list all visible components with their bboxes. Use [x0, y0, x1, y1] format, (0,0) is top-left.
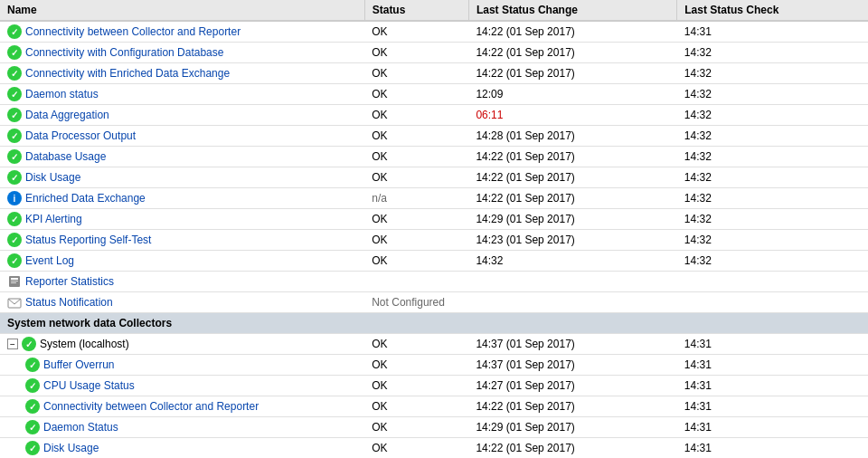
- name-cell: ✓Disk Usage: [0, 438, 364, 459]
- last-change-cell: 14:22 (01 Sep 2017): [468, 63, 676, 84]
- table-row: Reporter Statistics: [0, 272, 868, 292]
- last-check-cell: 14:31: [677, 334, 868, 355]
- check-green-icon: ✓: [7, 253, 22, 268]
- check-green-icon: ✓: [25, 399, 40, 414]
- last-change-cell: 14:29 (01 Sep 2017): [468, 209, 676, 230]
- section-header-cell: System network data Collectors: [0, 313, 868, 334]
- table-row: ✓Disk UsageOK14:22 (01 Sep 2017)14:31: [0, 438, 868, 459]
- status-cell: OK: [364, 63, 468, 84]
- status-cell: OK: [364, 334, 468, 355]
- row-link[interactable]: Data Processor Output: [25, 129, 136, 142]
- row-link[interactable]: Status Notification: [25, 296, 113, 309]
- last-change-cell: 14:22 (01 Sep 2017): [468, 43, 676, 63]
- last-check-cell: 14:31: [677, 417, 868, 438]
- col-status: Status: [364, 0, 468, 21]
- status-cell: OK: [364, 396, 468, 417]
- check-green-icon: ✓: [7, 233, 22, 247]
- row-link[interactable]: CPU Usage Status: [43, 379, 135, 392]
- status-cell: n/a: [364, 188, 468, 209]
- row-link[interactable]: Disk Usage: [43, 442, 99, 454]
- row-link[interactable]: Connectivity with Configuration Database: [25, 46, 223, 59]
- table-row: ✓Buffer OverrunOK14:37 (01 Sep 2017)14:3…: [0, 355, 868, 376]
- table-row: ✓Status Reporting Self-TestOK14:23 (01 S…: [0, 230, 868, 251]
- last-change-cell: 14:28 (01 Sep 2017): [468, 126, 676, 147]
- check-green-icon: ✓: [25, 358, 40, 372]
- row-link[interactable]: Database Usage: [25, 150, 106, 163]
- status-cell: OK: [364, 209, 468, 230]
- last-check-cell: 14:32: [677, 167, 868, 188]
- table-row: ✓Event LogOK14:3214:32: [0, 251, 868, 272]
- last-check-cell: 14:32: [677, 84, 868, 105]
- row-link[interactable]: Connectivity between Collector and Repor…: [25, 25, 241, 38]
- status-cell: OK: [364, 84, 468, 105]
- row-link[interactable]: Buffer Overrun: [43, 358, 114, 371]
- last-check-cell: 14:32: [677, 43, 868, 63]
- status-cell: OK: [364, 376, 468, 396]
- check-green-icon: ✓: [7, 129, 22, 143]
- name-cell: ✓Database Usage: [0, 147, 364, 167]
- row-link[interactable]: Enriched Data Exchange: [25, 192, 146, 205]
- info-blue-icon: i: [7, 191, 22, 205]
- last-check-cell: 14:32: [677, 63, 868, 84]
- table-row: −✓System (localhost)OK14:37 (01 Sep 2017…: [0, 334, 868, 355]
- status-cell: OK: [364, 105, 468, 126]
- last-check-cell: 14:32: [677, 105, 868, 126]
- name-cell: ✓Connectivity with Configuration Databas…: [0, 43, 364, 63]
- row-link[interactable]: Connectivity between Collector and Repor…: [43, 400, 259, 413]
- status-cell: OK: [364, 21, 468, 43]
- last-check-cell: 14:32: [677, 188, 868, 209]
- expand-icon[interactable]: −: [7, 339, 18, 349]
- col-last-change: Last Status Change: [468, 0, 676, 21]
- check-green-icon: ✓: [7, 170, 22, 185]
- row-link[interactable]: Data Aggregation: [25, 109, 109, 121]
- table-row: ✓Database UsageOK14:22 (01 Sep 2017)14:3…: [0, 147, 868, 167]
- last-change-cell: 14:22 (01 Sep 2017): [468, 167, 676, 188]
- row-link[interactable]: Status Reporting Self-Test: [25, 234, 151, 246]
- last-change-cell: [468, 292, 676, 313]
- name-cell: ✓Disk Usage: [0, 167, 364, 188]
- last-check-cell: 14:31: [677, 438, 868, 459]
- row-link[interactable]: Reporter Statistics: [25, 275, 114, 288]
- col-last-check: Last Status Check: [677, 0, 868, 21]
- status-cell: OK: [364, 230, 468, 251]
- status-cell: OK: [364, 147, 468, 167]
- table-row: ✓Disk UsageOK14:22 (01 Sep 2017)14:32: [0, 167, 868, 188]
- name-cell: ✓Buffer Overrun: [0, 355, 364, 376]
- status-cell: OK: [364, 417, 468, 438]
- status-cell: OK: [364, 251, 468, 272]
- last-check-cell: 14:31: [677, 21, 868, 43]
- last-change-cell: 14:22 (01 Sep 2017): [468, 147, 676, 167]
- table-row: Status NotificationNot Configured: [0, 292, 868, 313]
- row-link[interactable]: Disk Usage: [25, 171, 80, 184]
- name-cell: ✓Connectivity with Enriched Data Exchang…: [0, 63, 364, 84]
- row-link[interactable]: Daemon status: [25, 88, 99, 100]
- row-link[interactable]: Event Log: [25, 254, 74, 267]
- table-row: ✓Daemon StatusOK14:29 (01 Sep 2017)14:31: [0, 417, 868, 438]
- last-check-cell: 14:32: [677, 251, 868, 272]
- table-row: ✓Daemon statusOK12:0914:32: [0, 84, 868, 105]
- row-link[interactable]: Connectivity with Enriched Data Exchange: [25, 67, 230, 80]
- status-cell: [364, 272, 468, 292]
- last-change-cell: 14:22 (01 Sep 2017): [468, 396, 676, 417]
- table-row: ✓Data Processor OutputOK14:28 (01 Sep 20…: [0, 126, 868, 147]
- last-change-cell: [468, 272, 676, 292]
- name-cell: ✓Data Processor Output: [0, 126, 364, 147]
- last-change-cell: 14:32: [468, 251, 676, 272]
- last-check-cell: 14:32: [677, 126, 868, 147]
- name-cell: ✓Data Aggregation: [0, 105, 364, 126]
- row-link[interactable]: KPI Alerting: [25, 213, 82, 225]
- check-green-icon: ✓: [7, 45, 22, 60]
- row-link[interactable]: Daemon Status: [43, 421, 118, 434]
- last-check-cell: 14:32: [677, 230, 868, 251]
- name-cell: −✓System (localhost): [0, 334, 364, 355]
- reporter-icon: [7, 274, 22, 289]
- table-row: System network data Collectors: [0, 313, 868, 334]
- last-change-cell: 14:29 (01 Sep 2017): [468, 417, 676, 438]
- check-green-icon: ✓: [7, 87, 22, 101]
- name-cell: Reporter Statistics: [0, 272, 364, 292]
- check-green-icon: ✓: [7, 66, 22, 81]
- table-row: ✓Connectivity between Collector and Repo…: [0, 21, 868, 43]
- last-change-cell: 06:11: [468, 105, 676, 126]
- last-check-cell: 14:32: [677, 147, 868, 167]
- name-cell: ✓KPI Alerting: [0, 209, 364, 230]
